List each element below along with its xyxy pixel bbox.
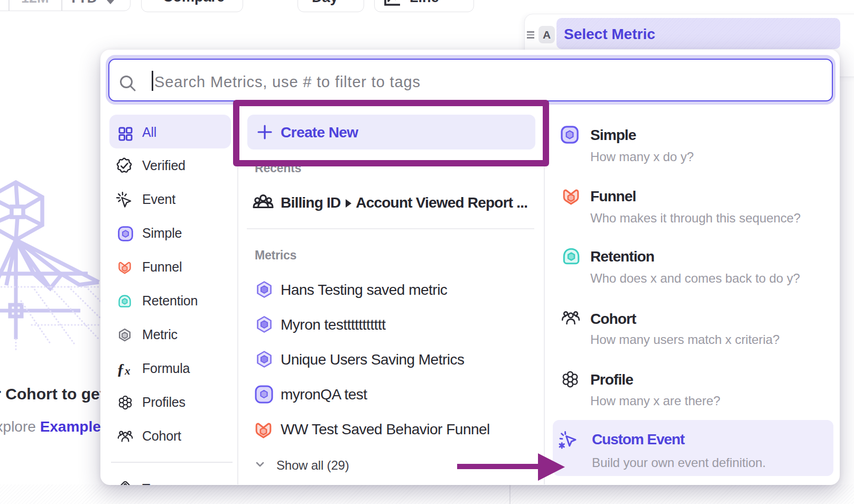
svg-text:ƒ: ƒ — [117, 362, 125, 377]
svg-text:x: x — [124, 365, 131, 377]
